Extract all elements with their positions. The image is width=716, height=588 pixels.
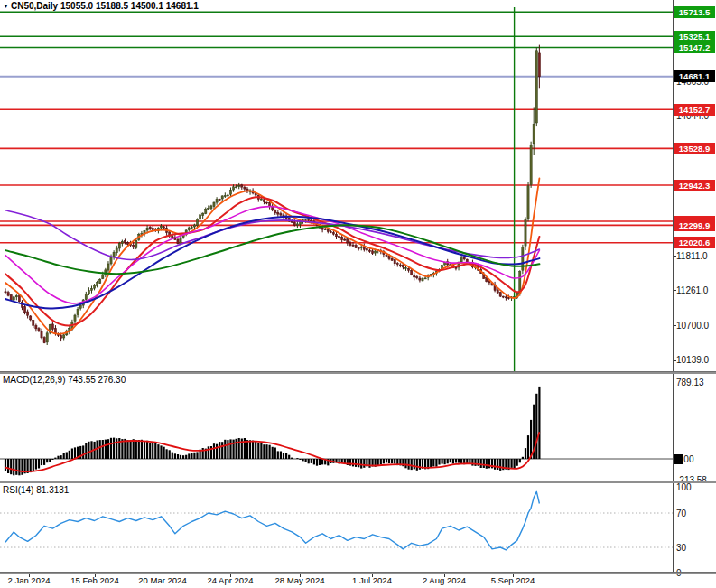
price-level-badge[interactable]: 13528.9 bbox=[674, 143, 715, 154]
date-tick-mark bbox=[444, 574, 445, 577]
price-tick-label: 10139.0 bbox=[676, 355, 709, 365]
price-level-badge[interactable]: 15713.5 bbox=[674, 6, 715, 18]
panel-separator-rsi-dates[interactable] bbox=[0, 572, 716, 574]
symbol-quote-line: ▼CN50,Daily 15055.0 15188.5 14500.1 1468… bbox=[3, 1, 199, 11]
rsi-indicator-label: RSI(14) 81.3131 bbox=[3, 485, 69, 495]
price-level-badge[interactable]: 15325.1 bbox=[674, 31, 715, 42]
symbol-dropdown-icon[interactable]: ▼ bbox=[3, 3, 9, 9]
date-tick-mark bbox=[95, 574, 96, 577]
panel-separator-main-macd[interactable] bbox=[0, 371, 716, 374]
macd-indicator-label: MACD(12,26,9) 743.55 276.30 bbox=[3, 375, 126, 385]
date-tick-mark bbox=[300, 574, 301, 577]
rsi-tick-label: 70 bbox=[676, 509, 686, 518]
date-tick-mark bbox=[163, 574, 163, 577]
panel-separator-macd-rsi[interactable] bbox=[0, 481, 716, 483]
macd-current-value-badge bbox=[674, 454, 683, 464]
rsi-panel[interactable] bbox=[0, 491, 673, 550]
rsi-tick-label: 100 bbox=[676, 482, 692, 492]
candlesticks bbox=[5, 45, 541, 345]
ma-red-line bbox=[5, 197, 539, 325]
horizontal-level-lines[interactable] bbox=[0, 12, 673, 242]
trading-chart-window: ▼CN50,Daily 15055.0 15188.5 14500.1 1468… bbox=[0, 0, 716, 588]
date-tick-mark bbox=[513, 574, 514, 577]
price-tick-label: 10700.0 bbox=[676, 321, 709, 331]
price-tick-label: 11261.0 bbox=[676, 285, 708, 295]
date-tick-mark bbox=[230, 574, 231, 577]
price-axis-border bbox=[673, 0, 674, 574]
price-level-badge[interactable]: 14681.1 bbox=[674, 70, 715, 82]
price-level-badge[interactable]: 12020.6 bbox=[674, 237, 715, 248]
ma-fast-orange-line bbox=[5, 179, 539, 334]
price-level-badge[interactable]: 12299.9 bbox=[674, 219, 715, 231]
macd-panel[interactable] bbox=[0, 387, 673, 475]
date-tick-mark bbox=[29, 574, 30, 577]
quote-text: CN50,Daily 15055.0 15188.5 14500.1 14681… bbox=[11, 1, 199, 11]
price-level-badge[interactable]: 12942.3 bbox=[674, 180, 715, 191]
chart-canvas[interactable] bbox=[0, 0, 716, 588]
main-price-panel[interactable] bbox=[0, 7, 673, 371]
rsi-tick-label: 30 bbox=[676, 543, 686, 553]
date-tick-mark bbox=[372, 574, 373, 577]
rsi-line bbox=[5, 491, 539, 550]
price-level-badge[interactable]: 14152.7 bbox=[674, 104, 715, 116]
macd-tick-label: 789.13 bbox=[676, 378, 704, 387]
macd-histogram bbox=[5, 387, 541, 475]
price-level-badge[interactable]: 15147.2 bbox=[674, 42, 715, 53]
price-tick-label: 11811.0 bbox=[676, 251, 708, 261]
